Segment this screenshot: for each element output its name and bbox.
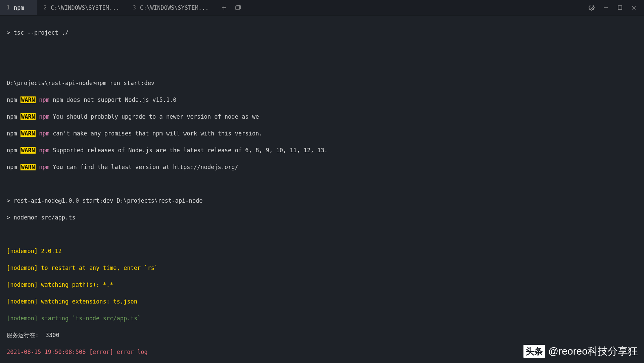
- tab-label: npm: [14, 4, 24, 11]
- minimize-icon[interactable]: [602, 4, 610, 12]
- settings-icon[interactable]: [588, 4, 596, 12]
- prompt-line: > tsc --project ./: [7, 29, 637, 37]
- nodemon-line: [nodemon] watching extensions: ts,json: [7, 297, 637, 306]
- script-line: > nodemon src/app.ts: [7, 213, 637, 222]
- tab-3[interactable]: 3 C:\WINDOWS\SYSTEM...: [126, 0, 216, 15]
- warn-row: npm WARN npm You can find the latest ver…: [7, 163, 637, 171]
- titlebar: 1 npm 2 C:\WINDOWS\SYSTEM... 3 C:\WINDOW…: [0, 0, 644, 15]
- nodemon-line: [nodemon] watching path(s): *.*: [7, 281, 637, 289]
- watermark-text: @reoreo科技分享狂: [548, 345, 638, 358]
- blank-line: [7, 45, 637, 54]
- blank-line: [7, 180, 637, 188]
- warn-row: npm WARN npm You should probably upgrade…: [7, 113, 637, 121]
- nodemon-line: [nodemon] 2.0.12: [7, 247, 637, 255]
- window-controls: [582, 4, 644, 12]
- tab-index: 3: [133, 5, 136, 11]
- tab-index: 1: [7, 5, 10, 11]
- tab-1[interactable]: 1 npm: [0, 0, 37, 15]
- blank-line: [7, 230, 637, 239]
- new-tab-icon[interactable]: [220, 4, 228, 12]
- watermark-logo: 头条: [523, 345, 545, 358]
- script-line: > rest-api-node@1.0.0 start:dev D:\proje…: [7, 197, 637, 205]
- server-line: 服务运行在: 3300: [7, 331, 637, 339]
- cwd-command: D:\projects\rest-api-node>npm run start:…: [7, 79, 637, 87]
- warn-row: npm WARN npm Supported releases of Node.…: [7, 146, 637, 155]
- svg-rect-2: [236, 6, 239, 10]
- panels-icon[interactable]: [234, 4, 242, 12]
- warn-row: npm WARN npm npm does not support Node.j…: [7, 96, 637, 104]
- tab-2[interactable]: 2 C:\WINDOWS\SYSTEM...: [37, 0, 126, 15]
- warn-row: npm WARN npm can't make any promises tha…: [7, 129, 637, 138]
- svg-point-3: [591, 7, 593, 8]
- close-icon[interactable]: [630, 4, 638, 12]
- nodemon-line: [nodemon] to restart at any time, enter …: [7, 264, 637, 272]
- tab-index: 2: [44, 5, 47, 11]
- tab-label: C:\WINDOWS\SYSTEM...: [51, 4, 120, 11]
- tab-label: C:\WINDOWS\SYSTEM...: [140, 4, 209, 11]
- svg-rect-5: [618, 6, 622, 9]
- maximize-icon[interactable]: [616, 4, 624, 12]
- tab-strip: 1 npm 2 C:\WINDOWS\SYSTEM... 3 C:\WINDOW…: [0, 0, 582, 15]
- blank-line: [7, 62, 637, 71]
- watermark: 头条 @reoreo科技分享狂: [523, 345, 638, 358]
- terminal-output[interactable]: > tsc --project ./ D:\projects\rest-api-…: [0, 15, 644, 363]
- nodemon-start-line: [nodemon] starting `ts-node src/app.ts`: [7, 314, 637, 323]
